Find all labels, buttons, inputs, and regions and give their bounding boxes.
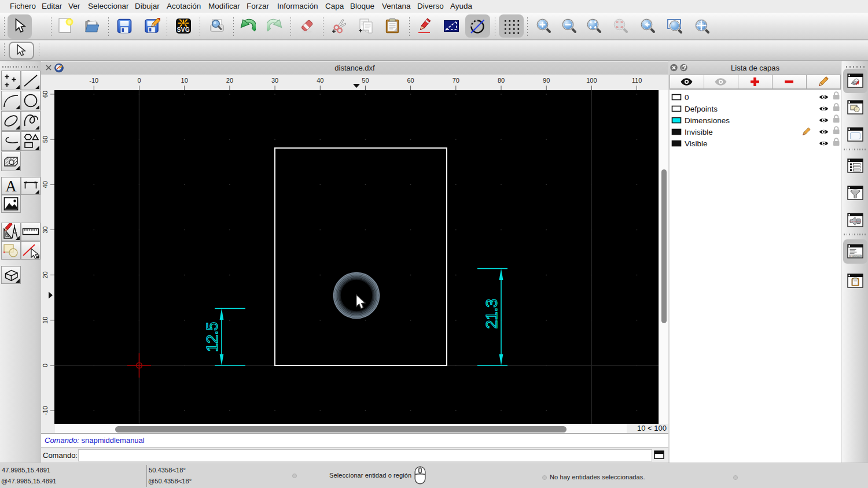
svg-text:21.3: 21.3 xyxy=(483,299,501,329)
svg-text:SVG: SVG xyxy=(177,27,190,33)
svg-text:0: 0 xyxy=(42,364,49,367)
svg-text:70: 70 xyxy=(453,77,459,84)
svg-text:-10: -10 xyxy=(89,77,98,84)
svg-text:distance.dxf: distance.dxf xyxy=(334,64,375,72)
svg-text:50: 50 xyxy=(362,77,369,84)
svg-text:90: 90 xyxy=(543,77,550,84)
svg-text:20: 20 xyxy=(226,77,233,84)
svg-text:Visible: Visible xyxy=(685,139,708,148)
svg-text:30: 30 xyxy=(271,77,278,84)
svg-text:110: 110 xyxy=(632,77,642,84)
svg-text:100: 100 xyxy=(586,77,597,84)
svg-text:Invisible: Invisible xyxy=(685,128,713,136)
svg-text:A: A xyxy=(5,178,17,194)
svg-text:Dimensiones: Dimensiones xyxy=(685,116,730,125)
svg-text:c command: c command xyxy=(850,255,861,257)
svg-text:60: 60 xyxy=(407,77,414,84)
svg-text:12.5: 12.5 xyxy=(203,322,221,352)
svg-text:40: 40 xyxy=(317,77,323,84)
svg-text:10: 10 xyxy=(181,77,188,84)
svg-text:-10: -10 xyxy=(42,406,49,415)
svg-text:30: 30 xyxy=(42,226,49,233)
svg-text:0: 0 xyxy=(137,77,141,84)
svg-text:10: 10 xyxy=(42,317,49,324)
svg-text:20: 20 xyxy=(42,271,49,278)
svg-text:50: 50 xyxy=(42,136,49,143)
svg-text:Lista de capas: Lista de capas xyxy=(731,64,779,72)
svg-text:80: 80 xyxy=(498,77,505,84)
svg-text:Defpoints: Defpoints xyxy=(685,105,718,113)
svg-text:60: 60 xyxy=(42,91,49,98)
svg-text:0: 0 xyxy=(685,93,689,102)
svg-text:40: 40 xyxy=(42,181,49,188)
